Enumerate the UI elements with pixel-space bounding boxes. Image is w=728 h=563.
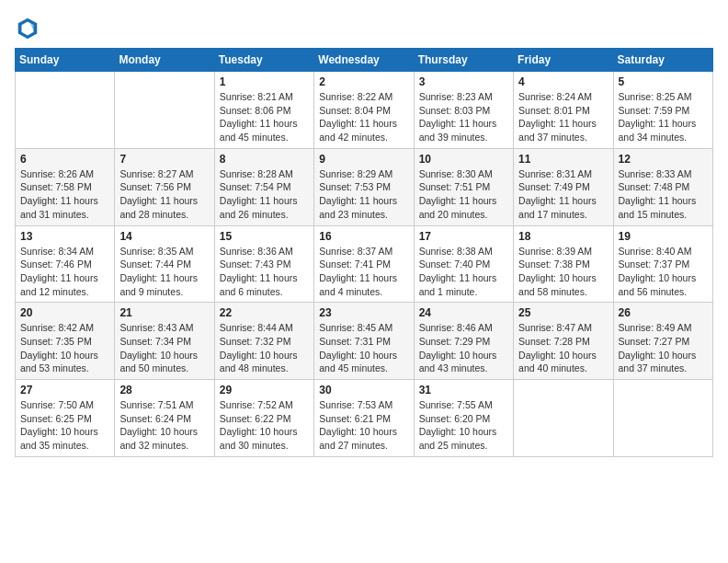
day-info: Sunrise: 8:38 AM Sunset: 7:40 PM Dayligh… xyxy=(419,245,508,299)
day-number: 23 xyxy=(319,306,408,319)
calendar-week-row: 1Sunrise: 8:21 AM Sunset: 8:06 PM Daylig… xyxy=(16,72,713,149)
day-info: Sunrise: 8:47 AM Sunset: 7:28 PM Dayligh… xyxy=(518,321,608,375)
calendar-cell: 18Sunrise: 8:39 AM Sunset: 7:38 PM Dayli… xyxy=(514,225,613,303)
day-number: 12 xyxy=(619,153,708,166)
day-number: 19 xyxy=(619,230,708,243)
calendar-cell: 2Sunrise: 8:22 AM Sunset: 8:04 PM Daylig… xyxy=(314,72,414,149)
calendar: SundayMondayTuesdayWednesdayThursdayFrid… xyxy=(15,48,713,457)
calendar-cell: 31Sunrise: 7:55 AM Sunset: 6:20 PM Dayli… xyxy=(414,380,513,457)
calendar-cell: 7Sunrise: 8:27 AM Sunset: 7:56 PM Daylig… xyxy=(115,148,214,225)
day-info: Sunrise: 8:36 AM Sunset: 7:43 PM Dayligh… xyxy=(220,245,309,299)
day-info: Sunrise: 8:49 AM Sunset: 7:27 PM Dayligh… xyxy=(619,321,708,375)
day-info: Sunrise: 8:21 AM Sunset: 8:06 PM Dayligh… xyxy=(220,90,309,144)
day-info: Sunrise: 8:24 AM Sunset: 8:01 PM Dayligh… xyxy=(518,90,608,144)
day-number: 13 xyxy=(20,230,109,243)
calendar-cell: 14Sunrise: 8:35 AM Sunset: 7:44 PM Dayli… xyxy=(115,225,214,303)
day-info: Sunrise: 8:22 AM Sunset: 8:04 PM Dayligh… xyxy=(319,90,408,144)
day-info: Sunrise: 8:37 AM Sunset: 7:41 PM Dayligh… xyxy=(319,245,408,299)
day-info: Sunrise: 8:35 AM Sunset: 7:44 PM Dayligh… xyxy=(119,245,209,299)
day-info: Sunrise: 7:53 AM Sunset: 6:21 PM Dayligh… xyxy=(319,398,408,453)
day-number: 8 xyxy=(220,153,309,166)
day-info: Sunrise: 7:52 AM Sunset: 6:22 PM Dayligh… xyxy=(220,398,309,453)
day-info: Sunrise: 8:45 AM Sunset: 7:31 PM Dayligh… xyxy=(319,321,408,375)
day-number: 7 xyxy=(119,153,209,166)
day-info: Sunrise: 8:46 AM Sunset: 7:29 PM Dayligh… xyxy=(419,321,508,375)
calendar-cell xyxy=(115,72,214,149)
calendar-cell: 3Sunrise: 8:23 AM Sunset: 8:03 PM Daylig… xyxy=(414,72,513,149)
day-number: 16 xyxy=(319,230,408,243)
day-number: 20 xyxy=(20,306,109,319)
calendar-week-row: 27Sunrise: 7:50 AM Sunset: 6:25 PM Dayli… xyxy=(16,380,713,457)
day-info: Sunrise: 8:23 AM Sunset: 8:03 PM Dayligh… xyxy=(419,90,508,144)
day-number: 22 xyxy=(220,306,309,319)
day-number: 10 xyxy=(419,153,508,166)
calendar-cell: 25Sunrise: 8:47 AM Sunset: 7:28 PM Dayli… xyxy=(514,303,613,380)
day-number: 26 xyxy=(619,306,708,319)
day-info: Sunrise: 8:29 AM Sunset: 7:53 PM Dayligh… xyxy=(319,167,408,222)
calendar-week-row: 13Sunrise: 8:34 AM Sunset: 7:46 PM Dayli… xyxy=(16,225,713,303)
day-number: 31 xyxy=(419,384,508,396)
calendar-cell: 1Sunrise: 8:21 AM Sunset: 8:06 PM Daylig… xyxy=(214,72,313,149)
day-header-thursday: Thursday xyxy=(414,49,513,72)
calendar-cell: 28Sunrise: 7:51 AM Sunset: 6:24 PM Dayli… xyxy=(115,380,214,457)
calendar-cell: 17Sunrise: 8:38 AM Sunset: 7:40 PM Dayli… xyxy=(414,225,513,303)
calendar-cell: 9Sunrise: 8:29 AM Sunset: 7:53 PM Daylig… xyxy=(314,148,414,225)
day-info: Sunrise: 7:51 AM Sunset: 6:24 PM Dayligh… xyxy=(119,398,209,453)
day-number: 2 xyxy=(319,75,408,88)
day-number: 15 xyxy=(220,230,309,243)
page-header xyxy=(15,15,713,40)
calendar-cell: 4Sunrise: 8:24 AM Sunset: 8:01 PM Daylig… xyxy=(514,72,613,149)
day-number: 17 xyxy=(419,230,508,243)
day-number: 6 xyxy=(20,153,109,166)
day-header-sunday: Sunday xyxy=(16,49,115,72)
day-header-tuesday: Tuesday xyxy=(214,49,313,72)
day-number: 29 xyxy=(220,384,309,396)
calendar-cell: 22Sunrise: 8:44 AM Sunset: 7:32 PM Dayli… xyxy=(214,303,313,380)
day-info: Sunrise: 8:43 AM Sunset: 7:34 PM Dayligh… xyxy=(119,321,209,375)
calendar-cell xyxy=(16,72,115,149)
day-info: Sunrise: 8:33 AM Sunset: 7:48 PM Dayligh… xyxy=(619,167,708,222)
day-info: Sunrise: 7:55 AM Sunset: 6:20 PM Dayligh… xyxy=(419,398,508,453)
calendar-cell: 29Sunrise: 7:52 AM Sunset: 6:22 PM Dayli… xyxy=(214,380,313,457)
day-info: Sunrise: 7:50 AM Sunset: 6:25 PM Dayligh… xyxy=(20,398,109,453)
calendar-cell: 16Sunrise: 8:37 AM Sunset: 7:41 PM Dayli… xyxy=(314,225,414,303)
calendar-cell: 26Sunrise: 8:49 AM Sunset: 7:27 PM Dayli… xyxy=(613,303,712,380)
day-number: 14 xyxy=(119,230,209,243)
day-header-saturday: Saturday xyxy=(613,49,712,72)
calendar-cell: 11Sunrise: 8:31 AM Sunset: 7:49 PM Dayli… xyxy=(514,148,613,225)
day-number: 4 xyxy=(518,75,608,88)
calendar-cell: 10Sunrise: 8:30 AM Sunset: 7:51 PM Dayli… xyxy=(414,148,513,225)
day-number: 30 xyxy=(319,384,408,396)
day-number: 5 xyxy=(619,75,708,88)
day-number: 1 xyxy=(220,75,309,88)
day-info: Sunrise: 8:42 AM Sunset: 7:35 PM Dayligh… xyxy=(20,321,109,375)
calendar-cell: 27Sunrise: 7:50 AM Sunset: 6:25 PM Dayli… xyxy=(16,380,115,457)
calendar-cell: 15Sunrise: 8:36 AM Sunset: 7:43 PM Dayli… xyxy=(214,225,313,303)
day-info: Sunrise: 8:30 AM Sunset: 7:51 PM Dayligh… xyxy=(419,167,508,222)
day-number: 21 xyxy=(119,306,209,319)
day-number: 25 xyxy=(518,306,608,319)
day-number: 18 xyxy=(518,230,608,243)
calendar-header-row: SundayMondayTuesdayWednesdayThursdayFrid… xyxy=(16,49,713,72)
day-header-monday: Monday xyxy=(115,49,214,72)
day-info: Sunrise: 8:44 AM Sunset: 7:32 PM Dayligh… xyxy=(220,321,309,375)
day-info: Sunrise: 8:27 AM Sunset: 7:56 PM Dayligh… xyxy=(119,167,209,222)
day-number: 9 xyxy=(319,153,408,166)
logo xyxy=(15,15,44,40)
calendar-week-row: 20Sunrise: 8:42 AM Sunset: 7:35 PM Dayli… xyxy=(16,303,713,380)
calendar-cell: 8Sunrise: 8:28 AM Sunset: 7:54 PM Daylig… xyxy=(214,148,313,225)
day-info: Sunrise: 8:28 AM Sunset: 7:54 PM Dayligh… xyxy=(220,167,309,222)
day-info: Sunrise: 8:39 AM Sunset: 7:38 PM Dayligh… xyxy=(518,245,608,299)
day-info: Sunrise: 8:25 AM Sunset: 7:59 PM Dayligh… xyxy=(619,90,708,144)
day-number: 24 xyxy=(419,306,508,319)
day-number: 28 xyxy=(119,384,209,396)
calendar-cell: 21Sunrise: 8:43 AM Sunset: 7:34 PM Dayli… xyxy=(115,303,214,380)
calendar-week-row: 6Sunrise: 8:26 AM Sunset: 7:58 PM Daylig… xyxy=(16,148,713,225)
calendar-cell: 30Sunrise: 7:53 AM Sunset: 6:21 PM Dayli… xyxy=(314,380,414,457)
logo-icon xyxy=(15,15,40,40)
day-info: Sunrise: 8:26 AM Sunset: 7:58 PM Dayligh… xyxy=(20,167,109,222)
calendar-cell: 19Sunrise: 8:40 AM Sunset: 7:37 PM Dayli… xyxy=(613,225,712,303)
calendar-cell: 23Sunrise: 8:45 AM Sunset: 7:31 PM Dayli… xyxy=(314,303,414,380)
calendar-cell xyxy=(613,380,712,457)
day-number: 3 xyxy=(419,75,508,88)
